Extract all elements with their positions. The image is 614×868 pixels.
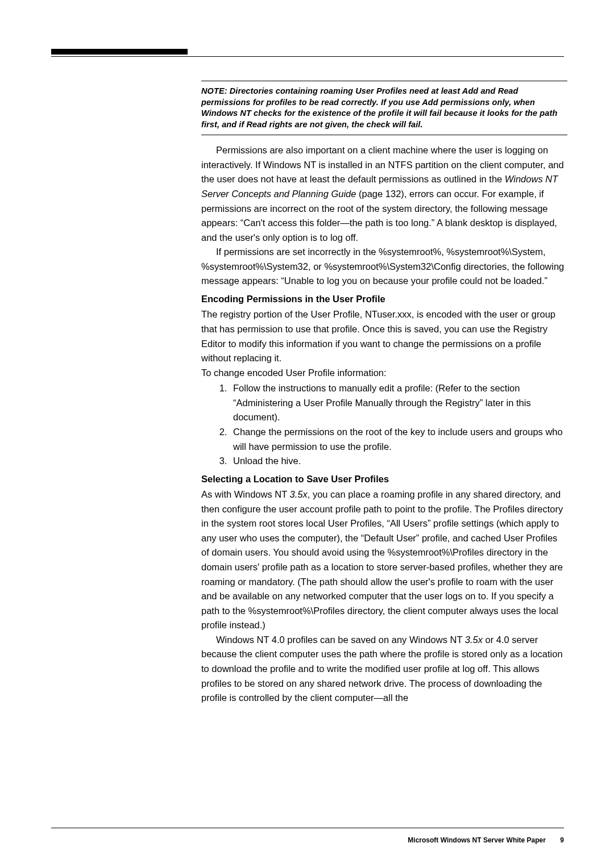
list-item: Follow the instructions to manually edit… [230,381,567,425]
page-number: 9 [560,836,564,844]
note-rule-top [201,81,567,81]
ordered-steps-list: Follow the instructions to manually edit… [201,381,567,468]
paragraph-permissions-systemroot: If permissions are set incorrectly in th… [201,245,567,289]
note-label: NOTE [201,86,225,95]
paragraph-permissions-client: Permissions are also important on a clie… [201,143,567,245]
header-accent-bar [51,49,188,55]
body-text: Permissions are also important on a clie… [201,143,567,705]
note-block: NOTE: Directories containing roaming Use… [201,86,567,130]
list-item: Unload the hive. [230,454,567,469]
header-rule [51,56,564,57]
footer-title: Microsoft Windows NT Server White Paper [408,836,546,844]
paragraph-nt40-profiles: Windows NT 4.0 profiles can be saved on … [201,633,567,706]
page: NOTE: Directories containing roaming Use… [0,0,614,868]
footer: Microsoft Windows NT Server White Paper … [408,836,564,844]
content-column: NOTE: Directories containing roaming Use… [201,81,567,706]
footer-rule [51,828,564,828]
heading-selecting-location: Selecting a Location to Save User Profil… [201,472,567,487]
text-run: , you can place a roaming profile in any… [201,489,563,630]
text-run: As with Windows NT [201,489,290,499]
paragraph-to-change: To change encoded User Profile informati… [201,366,567,381]
note-rule-bottom [201,135,567,135]
reference-italic: 3.5x [465,635,483,645]
list-item: Change the permissions on the root of th… [230,425,567,454]
heading-encoding-permissions: Encoding Permissions in the User Profile [201,292,567,307]
paragraph-as-with-nt: As with Windows NT 3.5x, you can place a… [201,487,567,633]
paragraph-registry-portion: The registry portion of the User Profile… [201,307,567,365]
reference-italic: 3.5x [290,489,308,499]
note-body: : Directories containing roaming User Pr… [201,86,557,129]
text-run: Windows NT 4.0 profiles can be saved on … [216,635,465,645]
